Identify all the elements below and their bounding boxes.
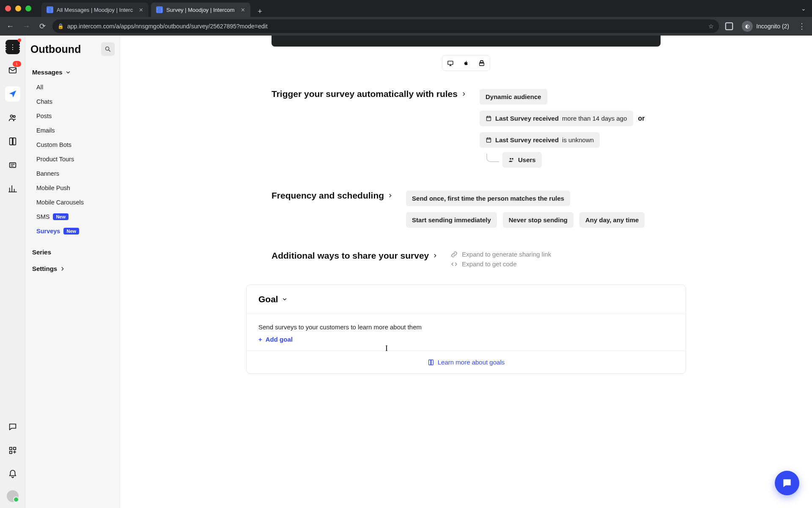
close-tab-icon[interactable]: ✕ bbox=[139, 7, 143, 13]
svg-rect-9 bbox=[448, 61, 453, 64]
main-content: Trigger your survey automatically with r… bbox=[120, 36, 812, 508]
svg-rect-0 bbox=[726, 23, 732, 30]
frequency-chip-once[interactable]: Send once, first time the person matches… bbox=[406, 190, 570, 206]
users-chip[interactable]: Users bbox=[502, 152, 542, 168]
link-icon bbox=[451, 251, 458, 258]
address-bar[interactable]: 🔒 app.intercom.com/a/apps/nnsgmgob/outbo… bbox=[52, 19, 719, 33]
browser-tab-2[interactable]: ⋮⋮ Survey | Moodjoy | Intercom ✕ bbox=[151, 3, 250, 17]
goal-heading[interactable]: Goal bbox=[258, 294, 674, 304]
trigger-heading[interactable]: Trigger your survey automatically with r… bbox=[272, 89, 467, 99]
svg-rect-7 bbox=[9, 451, 12, 454]
device-desktop-button[interactable] bbox=[442, 55, 458, 71]
intercom-favicon: ⋮⋮ bbox=[156, 6, 163, 13]
rail-operator[interactable] bbox=[5, 157, 20, 173]
rail-apps[interactable] bbox=[5, 443, 20, 458]
sidebar-item-custom-bots[interactable]: Custom Bots bbox=[33, 138, 115, 152]
sidebar-series[interactable]: Series bbox=[30, 246, 115, 258]
svg-point-3 bbox=[13, 116, 15, 118]
chevron-down-icon bbox=[282, 296, 288, 302]
incognito-label: Incognito (2) bbox=[756, 23, 789, 30]
reload-button[interactable]: ⟳ bbox=[36, 20, 48, 32]
browser-menu-button[interactable]: ⋮ bbox=[796, 20, 808, 32]
rail-outbound[interactable] bbox=[5, 86, 20, 102]
maximize-window-button[interactable] bbox=[25, 6, 31, 11]
svg-point-10 bbox=[481, 61, 481, 62]
macos-titlebar: ⋮⋮ All Messages | Moodjoy | Interc ✕ ⋮⋮ … bbox=[0, 0, 812, 17]
sidebar-messages-toggle[interactable]: Messages bbox=[30, 66, 115, 78]
svg-rect-6 bbox=[13, 447, 16, 450]
add-goal-button[interactable]: + Add goal bbox=[258, 336, 674, 343]
svg-point-15 bbox=[512, 158, 513, 160]
tabs-overflow-button[interactable]: ⌄ bbox=[801, 5, 806, 12]
profile-button[interactable]: ◐ Incognito (2) bbox=[739, 21, 792, 32]
sidebar-item-surveys[interactable]: Surveys New bbox=[33, 224, 115, 238]
frequency-section: Frequency and scheduling Send once, firs… bbox=[272, 190, 661, 228]
goal-card: Goal Send surveys to your customers to l… bbox=[246, 284, 686, 374]
sidebar-item-chats[interactable]: Chats bbox=[33, 94, 115, 109]
rail-avatar[interactable] bbox=[7, 490, 19, 502]
frequency-chip-start[interactable]: Start sending immediately bbox=[406, 212, 497, 228]
sidebar-item-mobile-push[interactable]: Mobile Push bbox=[33, 181, 115, 195]
svg-rect-12 bbox=[486, 116, 491, 121]
sidebar-item-emails[interactable]: Emails bbox=[33, 123, 115, 138]
intercom-launcher-button[interactable] bbox=[775, 471, 799, 495]
close-window-button[interactable] bbox=[5, 6, 11, 11]
sidebar-messages-label: Messages bbox=[32, 69, 63, 76]
chevron-right-icon bbox=[387, 193, 393, 199]
or-label: or bbox=[638, 115, 645, 122]
star-icon[interactable]: ☆ bbox=[708, 23, 714, 30]
svg-rect-5 bbox=[9, 447, 12, 450]
sidebar-item-posts[interactable]: Posts bbox=[33, 109, 115, 123]
sidebar-item-product-tours[interactable]: Product Tours bbox=[33, 152, 115, 166]
frequency-chip-schedule[interactable]: Any day, any time bbox=[579, 212, 645, 228]
back-button[interactable]: ← bbox=[4, 20, 16, 32]
rail-articles[interactable] bbox=[5, 134, 20, 149]
tab-title: Survey | Moodjoy | Intercom bbox=[166, 7, 234, 13]
audience-chip[interactable]: Dynamic audience bbox=[480, 89, 547, 105]
app-rail: ⋮⋮⋮ bbox=[0, 36, 25, 508]
new-tab-button[interactable]: + bbox=[255, 6, 266, 17]
frequency-heading[interactable]: Frequency and scheduling bbox=[272, 190, 393, 201]
chevron-down-icon bbox=[65, 69, 71, 75]
plus-icon: + bbox=[258, 336, 262, 343]
learn-more-goals-link[interactable]: Learn more about goals bbox=[428, 359, 505, 366]
rail-inbox[interactable] bbox=[5, 63, 20, 78]
new-badge: New bbox=[63, 228, 79, 235]
sidebar-item-banners[interactable]: Banners bbox=[33, 166, 115, 181]
svg-point-11 bbox=[483, 61, 483, 62]
share-heading[interactable]: Additional ways to share your survey bbox=[272, 251, 438, 261]
browser-tab-1[interactable]: ⋮⋮ All Messages | Moodjoy | Interc ✕ bbox=[41, 3, 148, 17]
sidebar-settings[interactable]: Settings bbox=[30, 262, 115, 275]
browser-tabs: ⋮⋮ All Messages | Moodjoy | Interc ✕ ⋮⋮ … bbox=[41, 0, 266, 17]
goal-description: Send surveys to your customers to learn … bbox=[258, 323, 674, 331]
traffic-lights bbox=[3, 6, 36, 11]
svg-point-14 bbox=[510, 158, 511, 160]
rail-notifications[interactable] bbox=[5, 467, 20, 482]
sidebar-item-all[interactable]: All bbox=[33, 80, 115, 94]
forward-button[interactable]: → bbox=[20, 20, 32, 32]
device-android-button[interactable] bbox=[474, 55, 490, 71]
connector-line bbox=[486, 154, 499, 162]
device-preview-switcher bbox=[442, 55, 490, 71]
trigger-section: Trigger your survey automatically with r… bbox=[272, 89, 661, 168]
sidebar-item-mobile-carousels[interactable]: Mobile Carousels bbox=[33, 195, 115, 210]
rail-contacts[interactable] bbox=[5, 110, 20, 125]
rule-chip-2[interactable]: Last Survey received is unknown bbox=[480, 132, 600, 148]
rule-chip-1[interactable]: Last Survey received more than 14 days a… bbox=[480, 110, 633, 126]
sidebar-item-sms[interactable]: SMS New bbox=[33, 210, 115, 224]
device-ios-button[interactable] bbox=[458, 55, 474, 71]
rail-reports[interactable] bbox=[5, 181, 20, 196]
share-link-row[interactable]: Expand to generate sharing link bbox=[451, 251, 551, 258]
incognito-icon: ◐ bbox=[742, 21, 753, 32]
extensions-button[interactable] bbox=[723, 20, 735, 32]
frequency-chip-stop[interactable]: Never stop sending bbox=[503, 212, 573, 228]
close-tab-icon[interactable]: ✕ bbox=[241, 7, 245, 13]
browser-toolbar: ← → ⟳ 🔒 app.intercom.com/a/apps/nnsgmgob… bbox=[0, 17, 812, 36]
book-icon bbox=[428, 359, 434, 366]
search-button[interactable] bbox=[101, 42, 115, 56]
share-code-row[interactable]: Expand to get code bbox=[451, 260, 551, 268]
svg-rect-4 bbox=[9, 163, 16, 168]
intercom-logo[interactable]: ⋮⋮⋮ bbox=[5, 40, 20, 54]
minimize-window-button[interactable] bbox=[15, 6, 21, 11]
rail-messenger[interactable] bbox=[5, 419, 20, 434]
